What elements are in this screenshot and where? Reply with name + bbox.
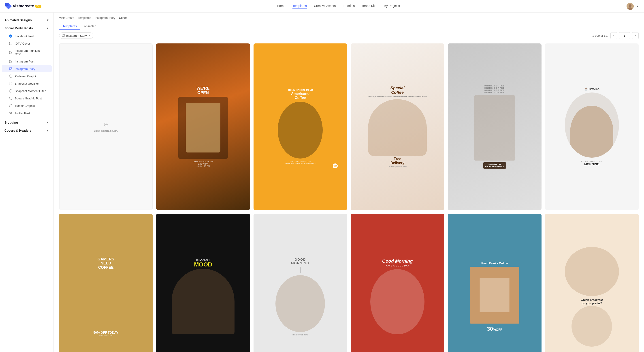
- blank-card-label: Blank Instagram Story: [92, 129, 120, 132]
- sidebar-item-igtv-cover[interactable]: IGTV Cover: [2, 40, 52, 47]
- sidebar-instagram-highlight-label: Instagram Highlight Cove: [15, 49, 47, 56]
- snapchat-moment-icon: [9, 89, 12, 93]
- sub-header: Templates Animated: [59, 23, 639, 30]
- template-grid: ⊕ Blank Instagram Story WE'REOPEN OPERAT…: [59, 44, 639, 352]
- nav-home[interactable]: Home: [277, 4, 285, 9]
- logo-pro-badge: Pro: [35, 5, 42, 8]
- filter-tag-label: Instagram Story: [66, 34, 87, 37]
- facebook-icon: f: [9, 34, 12, 38]
- nav-right: ▼: [626, 3, 639, 10]
- svg-text:f: f: [10, 35, 11, 37]
- template-card-drink-coffee[interactable]: DRINK COFFEEDRINK COFFEEDRINK COFFEEDRIN…: [448, 44, 541, 210]
- sidebar-tumblr-label: Tumblr Graphic: [15, 104, 35, 108]
- sidebar-item-tumblr[interactable]: Tumblr Graphic: [2, 102, 52, 109]
- sidebar-section-social-media[interactable]: Social Media Posts ▲: [0, 24, 54, 32]
- svg-point-3: [629, 4, 632, 7]
- sidebar-item-facebook-post[interactable]: f Facebook Post: [2, 33, 52, 40]
- instagram-highlight-icon: [9, 51, 12, 54]
- svg-point-17: [10, 97, 12, 100]
- filter-tags: Instagram Story ×: [59, 33, 93, 39]
- template-card-read-books[interactable]: Read Books Online 30%OFF: [448, 214, 541, 352]
- template-card-gamers[interactable]: GAMERSNEEDCOFFEE 50% OFF TODAY www.coffe…: [59, 214, 152, 352]
- sidebar-item-snapchat-geofilter[interactable]: Snapchat Geofilter: [2, 80, 52, 87]
- sidebar-social-media-label: Social Media Posts: [4, 27, 33, 30]
- svg-point-15: [10, 82, 12, 85]
- svg-rect-12: [10, 67, 12, 70]
- sidebar-section-blogging[interactable]: Blogging ▼: [0, 118, 54, 127]
- twitter-icon: [9, 111, 12, 115]
- sidebar-twitter-label: Twitter Post: [15, 112, 30, 115]
- tab-animated[interactable]: Animated: [80, 23, 100, 30]
- sidebar-blogging-expand-icon: ▼: [46, 121, 49, 124]
- logo-icon: [5, 3, 12, 10]
- sidebar-covers-expand-icon: ▼: [46, 129, 49, 132]
- svg-point-9: [10, 52, 12, 53]
- svg-marker-1: [5, 3, 8, 6]
- nav-creative-assets[interactable]: Creative Assets: [314, 4, 336, 9]
- nav-my-projects[interactable]: My Projects: [384, 4, 400, 9]
- breadcrumb-instagram-story[interactable]: Instagram Story: [95, 16, 116, 20]
- tumblr-icon: [9, 104, 12, 108]
- instagram-filter-icon: [62, 34, 65, 37]
- sidebar-snapchat-geofilter-label: Snapchat Geofilter: [15, 82, 39, 85]
- sidebar-facebook-post-label: Facebook Post: [15, 35, 34, 38]
- sidebar-instagram-story-label: Instagram Story: [15, 67, 35, 71]
- pagination-next-btn[interactable]: ›: [632, 32, 639, 39]
- logo[interactable]: vistacreate Pro: [5, 3, 42, 10]
- template-card-good-morning-minimal[interactable]: GOODMORNING IT'S COFFEE TIME: [254, 214, 347, 352]
- nav-brand-kits[interactable]: Brand Kits: [362, 4, 376, 9]
- sidebar-item-instagram-highlight[interactable]: Instagram Highlight Cove: [2, 47, 52, 58]
- sidebar-item-twitter-post[interactable]: Twitter Post: [2, 110, 52, 117]
- breadcrumb-templates[interactable]: Templates: [78, 16, 91, 20]
- main-content: VistaCreate › Templates › Instagram Stor…: [54, 13, 644, 352]
- svg-point-20: [63, 35, 64, 36]
- svg-rect-10: [10, 60, 12, 63]
- avatar[interactable]: [626, 3, 634, 10]
- template-card-americano[interactable]: TODAY SPECIAL MENU AmericanoCoffee SAVE5…: [254, 44, 347, 210]
- snapchat-geofilter-icon: [9, 82, 12, 85]
- template-card-mood[interactable]: BREAKFAST MOOD: [156, 214, 250, 352]
- pagination: 1-100 of 117 ‹ ›: [592, 32, 639, 39]
- svg-point-13: [10, 68, 12, 70]
- add-icon: ⊕: [104, 121, 108, 128]
- template-card-caffeno[interactable]: ☕ Caffeno The Best Espresso for Your MOR…: [545, 44, 639, 210]
- sidebar-item-instagram-post[interactable]: Instagram Post: [2, 58, 52, 65]
- sidebar-instagram-post-label: Instagram Post: [15, 60, 34, 63]
- template-card-breakfast[interactable]: which breakfastdo you prefer?: [545, 214, 639, 352]
- pagination-prev-btn[interactable]: ‹: [610, 32, 617, 39]
- sidebar-item-instagram-story[interactable]: Instagram Story: [2, 65, 52, 72]
- sidebar-square-graphic-label: Square Graphic Post: [15, 97, 42, 100]
- sidebar-item-square-graphic[interactable]: Square Graphic Post: [2, 95, 52, 102]
- tab-templates[interactable]: Templates: [59, 23, 80, 30]
- svg-rect-19: [62, 34, 65, 37]
- svg-point-18: [10, 104, 12, 107]
- top-nav: vistacreate Pro Home Templates Creative …: [0, 0, 644, 13]
- template-card-good-morning-red[interactable]: Good Morning HAVE A GOOD DAY: [351, 214, 444, 352]
- nav-templates[interactable]: Templates: [292, 4, 307, 9]
- logo-text: vistacreate: [13, 4, 34, 9]
- dropdown-arrow-icon[interactable]: ▼: [636, 5, 639, 8]
- pagination-range: 1-100 of 117: [592, 34, 609, 37]
- instagram-post-icon: [9, 60, 12, 63]
- page-layout: Animated Designs ▼ Social Media Posts ▲ …: [0, 13, 644, 352]
- sidebar-blogging-label: Blogging: [4, 121, 18, 124]
- template-card-blank[interactable]: ⊕ Blank Instagram Story: [59, 44, 152, 210]
- filter-tag-remove[interactable]: ×: [88, 34, 90, 37]
- sidebar-section-covers[interactable]: Covers & Headers ▼: [0, 127, 54, 135]
- sidebar-item-snapchat-moment[interactable]: Snapchat Moment Filter: [2, 87, 52, 95]
- sub-tabs: Templates Animated: [59, 23, 100, 30]
- svg-point-11: [10, 61, 12, 62]
- template-card-special-coffee[interactable]: SpecialCoffee Reward yourself with the m…: [351, 44, 444, 210]
- sidebar-item-pinterest[interactable]: Pinterest Graphic: [2, 73, 52, 80]
- sidebar-section-animated-designs[interactable]: Animated Designs ▼: [0, 16, 54, 24]
- igtv-icon: [9, 42, 12, 45]
- breadcrumb: VistaCreate › Templates › Instagram Stor…: [59, 16, 639, 20]
- breadcrumb-current: Coffee: [119, 16, 128, 20]
- nav-tutorials[interactable]: Tutorials: [343, 4, 355, 9]
- sidebar-animated-designs-label: Animated Designs: [4, 18, 32, 22]
- sidebar-animated-expand-icon: ▼: [46, 19, 49, 22]
- template-card-were-open[interactable]: WE'REOPEN OPERATIONAL HOUREVERYDAY10 AM …: [156, 44, 250, 210]
- sidebar-covers-label: Covers & Headers: [4, 129, 32, 132]
- breadcrumb-vistacreate[interactable]: VistaCreate: [59, 16, 74, 20]
- pagination-page-input[interactable]: [619, 32, 630, 39]
